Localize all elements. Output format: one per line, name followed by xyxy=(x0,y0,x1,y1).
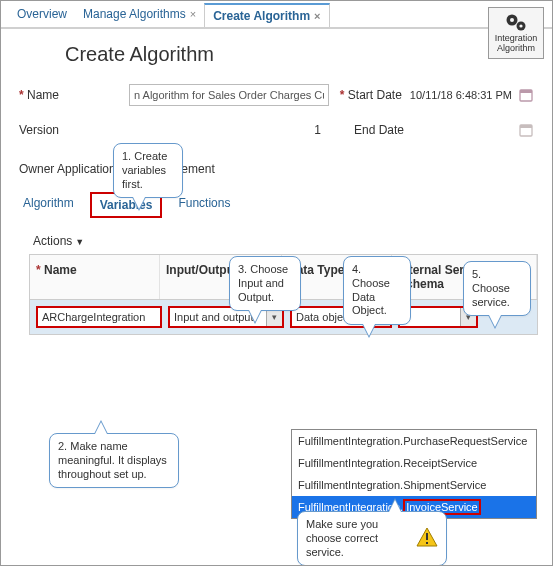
gears-icon xyxy=(489,12,543,32)
subtab-functions[interactable]: Functions xyxy=(170,192,238,218)
start-date-label: Start Date xyxy=(335,88,410,102)
tab-label: Manage Algorithms xyxy=(83,7,186,21)
service-option[interactable]: FulfillmentIntegration.ShipmentService xyxy=(292,474,536,496)
callout-4: 4. Choose Data Object. xyxy=(343,256,411,325)
variable-name-value: ARChargeIntegration xyxy=(42,311,145,323)
calendar-icon[interactable] xyxy=(518,122,534,138)
tab-label: Overview xyxy=(17,7,67,21)
tab-overview[interactable]: Overview xyxy=(9,3,75,25)
service-option[interactable]: FulfillmentIntegration.PurchaseRequestSe… xyxy=(292,430,536,452)
svg-point-3 xyxy=(519,24,522,27)
close-icon[interactable]: × xyxy=(190,8,196,20)
subtab-bar: Algorithm Variables Functions xyxy=(15,192,552,218)
variable-name-input[interactable]: ARChargeIntegration xyxy=(36,306,162,328)
subtab-algorithm[interactable]: Algorithm xyxy=(15,192,82,218)
callout-3: 3. Choose Input and Output. xyxy=(229,256,301,311)
svg-point-1 xyxy=(510,18,514,22)
callout-1: 1. Create variables first. xyxy=(113,143,183,198)
actions-label: Actions xyxy=(33,234,72,248)
start-date-value: 10/11/18 6:48:31 PM xyxy=(410,89,512,101)
top-tab-bar: Overview Manage Algorithms × Create Algo… xyxy=(1,1,552,29)
svg-rect-10 xyxy=(426,542,428,544)
chevron-down-icon: ▼ xyxy=(75,237,84,247)
callout-2: 2. Make name meaningful. It displays thr… xyxy=(49,433,179,488)
svg-rect-5 xyxy=(520,90,532,93)
tab-create-algorithm[interactable]: Create Algorithm × xyxy=(204,3,329,27)
callout-5: 5. Choose service. xyxy=(463,261,531,316)
version-value: 1 xyxy=(129,123,329,137)
integration-label-2: Algorithm xyxy=(489,44,543,54)
svg-rect-7 xyxy=(520,125,532,128)
name-input[interactable] xyxy=(129,84,329,106)
tab-manage-algorithms[interactable]: Manage Algorithms × xyxy=(75,3,204,25)
col-name: Name xyxy=(36,263,77,277)
version-label: Version xyxy=(19,123,129,137)
calendar-icon[interactable] xyxy=(518,87,534,103)
page-title: Create Algorithm xyxy=(1,29,552,84)
service-option[interactable]: FulfillmentIntegration.ReceiptService xyxy=(292,452,536,474)
end-date-label: End Date xyxy=(337,123,412,137)
service-dropdown-list: FulfillmentIntegration.PurchaseRequestSe… xyxy=(291,429,537,519)
name-label: Name xyxy=(19,88,129,102)
integration-algorithm-button[interactable]: Integration Algorithm xyxy=(488,7,544,59)
svg-rect-9 xyxy=(426,533,428,540)
warning-icon xyxy=(416,527,438,551)
actions-menu[interactable]: Actions▼ xyxy=(29,228,538,254)
io-value: Input and output xyxy=(174,311,254,323)
tab-label: Create Algorithm xyxy=(213,9,310,23)
close-icon[interactable]: × xyxy=(314,10,320,22)
callout-6: Make sure you choose correct service. xyxy=(297,511,447,566)
